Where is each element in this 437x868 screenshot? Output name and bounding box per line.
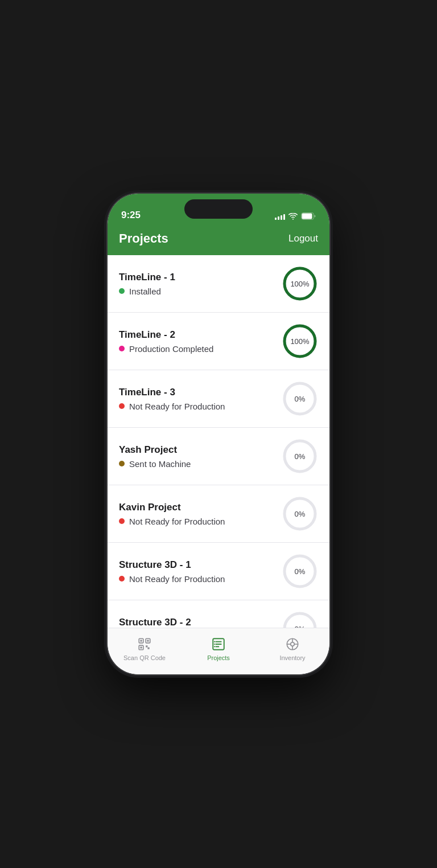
progress-label: 0% [295, 625, 306, 628]
project-item-kavin-project[interactable]: Kavin Project Not Ready for Production 0… [108, 485, 329, 543]
project-status: Sent to Machine [119, 459, 282, 469]
projects-icon [211, 636, 226, 652]
project-list: TimeLine - 1 Installed 100% TimeLine - 2… [108, 255, 329, 628]
project-info: Yash Project Sent to Machine [119, 444, 282, 469]
project-status: Production Completed [119, 344, 282, 354]
svg-rect-1 [302, 214, 312, 219]
progress-label: 0% [295, 395, 306, 403]
status-dot [119, 346, 125, 351]
project-status: Not Ready for Production [119, 402, 282, 411]
project-info: TimeLine - 1 Installed [119, 272, 282, 296]
project-item-timeline-3[interactable]: TimeLine - 3 Not Ready for Production 0% [108, 370, 329, 428]
progress-circle-container: 0% [282, 380, 318, 417]
progress-circle-container: 0% [282, 438, 318, 474]
progress-circle-container: 100% [282, 323, 318, 359]
svg-point-27 [214, 643, 215, 644]
status-bar: 9:25 [108, 194, 329, 224]
project-info: TimeLine - 3 Not Ready for Production [119, 387, 282, 411]
signal-icon [275, 213, 285, 220]
progress-label: 0% [295, 567, 306, 576]
project-status: Not Ready for Production [119, 574, 282, 584]
project-item-timeline-1[interactable]: TimeLine - 1 Installed 100% [108, 255, 329, 313]
tab-scan-qr[interactable]: Scan QR Code [108, 636, 182, 661]
progress-circle-container: 100% [282, 265, 318, 302]
svg-rect-20 [147, 640, 149, 641]
project-name: Structure 3D - 2 [119, 617, 282, 628]
app-header: Projects Logout [108, 224, 329, 255]
dynamic-island [184, 199, 253, 219]
status-icons [275, 212, 316, 220]
logout-button[interactable]: Logout [288, 233, 318, 244]
scan-qr-icon [137, 636, 152, 652]
status-dot [119, 576, 125, 582]
status-dot [119, 518, 125, 524]
project-info: Structure 3D - 2 Not Ready for Productio… [119, 617, 282, 628]
status-time: 9:25 [121, 210, 141, 220]
progress-label: 0% [295, 510, 306, 518]
svg-point-26 [214, 641, 215, 642]
progress-label: 100% [290, 337, 309, 346]
project-item-yash-project[interactable]: Yash Project Sent to Machine 0% [108, 428, 329, 485]
project-item-timeline-2[interactable]: TimeLine - 2 Production Completed 100% [108, 313, 329, 370]
svg-point-30 [291, 642, 295, 646]
project-name: TimeLine - 1 [119, 272, 282, 283]
status-text: Not Ready for Production [129, 402, 225, 411]
progress-label: 100% [290, 280, 309, 288]
battery-icon [301, 212, 316, 220]
project-name: Kavin Project [119, 502, 282, 513]
tab-bar: Scan QR Code Projec [108, 628, 329, 674]
progress-circle-container: 0% [282, 496, 318, 532]
project-status: Installed [119, 286, 282, 296]
progress-circle-container: 0% [282, 611, 318, 628]
project-item-structure-3d-1[interactable]: Structure 3D - 1 Not Ready for Productio… [108, 543, 329, 600]
tab-projects[interactable]: Projects [182, 636, 255, 661]
project-info: Structure 3D - 1 Not Ready for Productio… [119, 559, 282, 584]
progress-circle-container: 0% [282, 553, 318, 589]
project-name: TimeLine - 3 [119, 387, 282, 398]
status-text: Not Ready for Production [129, 574, 225, 584]
svg-point-28 [214, 646, 215, 647]
project-info: Kavin Project Not Ready for Production [119, 502, 282, 526]
progress-label: 0% [295, 452, 306, 461]
status-text: Installed [129, 286, 161, 296]
project-info: TimeLine - 2 Production Completed [119, 329, 282, 354]
status-text: Not Ready for Production [129, 517, 225, 526]
status-text: Production Completed [129, 344, 213, 354]
project-item-structure-3d-2[interactable]: Structure 3D - 2 Not Ready for Productio… [108, 600, 329, 628]
tab-scan-qr-label: Scan QR Code [123, 654, 166, 661]
status-dot [119, 288, 125, 294]
tab-inventory[interactable]: Inventory [255, 636, 329, 661]
status-dot [119, 461, 125, 466]
svg-rect-21 [140, 646, 142, 648]
tab-projects-label: Projects [207, 654, 230, 661]
project-name: Yash Project [119, 444, 282, 456]
project-status: Not Ready for Production [119, 517, 282, 526]
project-name: TimeLine - 2 [119, 329, 282, 341]
tab-inventory-label: Inventory [279, 654, 305, 661]
status-dot [119, 403, 125, 409]
project-name: Structure 3D - 1 [119, 559, 282, 571]
inventory-icon [285, 636, 300, 652]
wifi-icon [288, 213, 298, 220]
page-title: Projects [119, 231, 168, 246]
svg-rect-19 [140, 640, 142, 641]
status-text: Sent to Machine [129, 459, 191, 469]
